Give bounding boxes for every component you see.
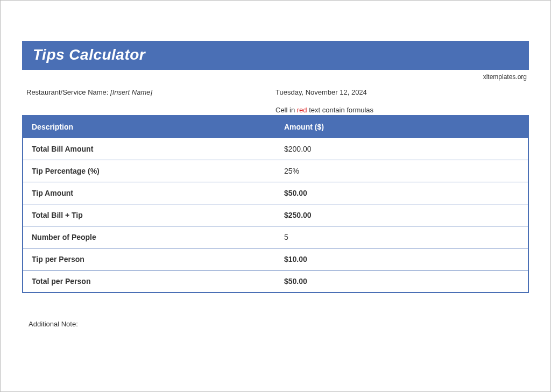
formula-note: Cell in red text contain formulas	[276, 106, 525, 114]
restaurant-label: Restaurant/Service Name:	[26, 88, 110, 96]
row-value: $50.00	[276, 270, 528, 293]
additional-note-label: Additional Note:	[22, 293, 529, 328]
table-row: Total Bill + Tip $250.00	[23, 204, 528, 226]
row-value: 5	[276, 226, 528, 248]
row-value: $250.00	[276, 204, 528, 226]
source-label: xltemplates.org	[22, 72, 529, 86]
table-row: Tip Percentage (%) 25%	[23, 160, 528, 182]
table-row: Total per Person $50.00	[23, 270, 528, 293]
table-row: Tip Amount $50.00	[23, 182, 528, 204]
row-value: $200.00	[276, 138, 528, 160]
formula-note-pre: Cell in	[276, 106, 297, 114]
meta-row: Restaurant/Service Name: [Insert Name] T…	[22, 86, 529, 103]
restaurant-value: [Insert Name]	[110, 88, 152, 96]
formula-note-red: red	[297, 106, 307, 114]
document-page: Tips Calculator xltemplates.org Restaura…	[0, 0, 551, 392]
table-row: Tip per Person $10.00	[23, 248, 528, 270]
table-row: Number of People 5	[23, 226, 528, 248]
row-label: Total per Person	[23, 270, 276, 293]
row-value: 25%	[276, 160, 528, 182]
row-label: Tip Percentage (%)	[23, 160, 276, 182]
table-row: Total Bill Amount $200.00	[23, 138, 528, 160]
note-spacer	[26, 106, 276, 114]
formula-note-row: Cell in red text contain formulas	[22, 103, 529, 115]
content: Tips Calculator xltemplates.org Restaura…	[1, 41, 550, 328]
tips-table: Description Amount ($) Total Bill Amount…	[22, 115, 529, 293]
page-title: Tips Calculator	[22, 41, 529, 70]
row-label: Number of People	[23, 226, 276, 248]
col-amount: Amount ($)	[276, 116, 528, 138]
row-label: Tip per Person	[23, 248, 276, 270]
row-value: $10.00	[276, 248, 528, 270]
col-description: Description	[23, 116, 276, 138]
table-header-row: Description Amount ($)	[23, 116, 528, 138]
row-label: Total Bill Amount	[23, 138, 276, 160]
restaurant-field: Restaurant/Service Name: [Insert Name]	[26, 88, 276, 96]
row-value: $50.00	[276, 182, 528, 204]
row-label: Tip Amount	[23, 182, 276, 204]
date-field: Tuesday, November 12, 2024	[276, 88, 525, 96]
formula-note-post: text contain formulas	[307, 106, 374, 114]
row-label: Total Bill + Tip	[23, 204, 276, 226]
